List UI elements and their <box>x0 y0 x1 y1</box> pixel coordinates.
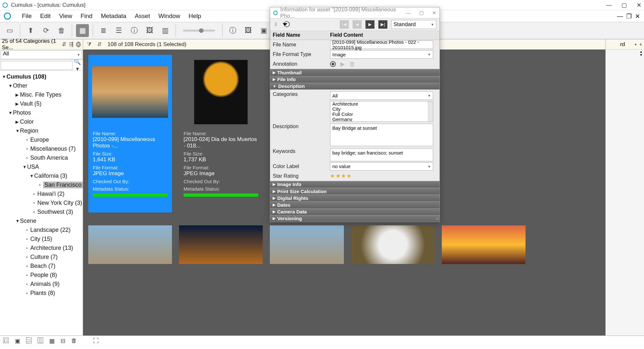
preview-icon[interactable]: 🖼 <box>242 24 255 37</box>
menu-metadata[interactable]: Metadata <box>101 13 126 20</box>
section-image-info[interactable]: ▶Image Info <box>270 181 440 188</box>
tree-item[interactable]: Misc. File Types <box>20 91 62 98</box>
tree-item[interactable]: South America <box>30 155 68 161</box>
menu-edit[interactable]: Edit <box>40 13 51 20</box>
record-card[interactable]: File Name: [2010-024] Dia de los Muertos… <box>179 55 263 212</box>
section-thumbnail[interactable]: ▶Thumbnail <box>270 69 440 76</box>
tree-item[interactable]: Beach (7) <box>30 263 55 269</box>
tree-item[interactable]: Hawai'i (2) <box>37 191 64 197</box>
info2-icon[interactable]: ⓘ <box>226 24 239 37</box>
tree-item[interactable]: Architecture (13) <box>30 245 73 251</box>
sidebar-filter[interactable]: All▾ <box>0 50 83 60</box>
sb-icon[interactable]: ⿳ <box>26 337 32 344</box>
color-label-select[interactable]: no value▾ <box>330 162 433 171</box>
list-view-icon[interactable]: ≣ <box>97 24 110 37</box>
tree-item[interactable]: California (3) <box>34 173 67 179</box>
view-set-select[interactable]: Standard▾ <box>391 20 436 29</box>
file-name-input[interactable]: [2010-099] Miscellaneous Photos - 022 - … <box>330 41 433 49</box>
info-icon[interactable]: ⓘ <box>128 24 141 37</box>
resize-grip-icon[interactable]: ◢ <box>435 216 438 221</box>
mdi-close-button[interactable]: ✕ <box>635 13 640 20</box>
zoom-slider[interactable] <box>183 30 215 32</box>
upload-icon[interactable]: ⬆ <box>24 24 37 37</box>
thumbnail[interactable] <box>442 225 526 264</box>
tree-item[interactable]: People (8) <box>30 272 57 278</box>
trash-icon[interactable]: 🗑 <box>55 24 68 37</box>
thumbnail[interactable] <box>351 225 435 264</box>
clear-icon[interactable]: ✕ <box>76 42 81 47</box>
tree-icon[interactable]: ⇶ <box>69 41 73 48</box>
maximize-button[interactable]: ▢ <box>621 2 627 9</box>
record-card-selected[interactable]: File Name: [2010-099] Miscellaneous Phot… <box>88 55 172 212</box>
sb-icon[interactable]: ▦ <box>49 337 55 344</box>
sb-icon[interactable]: ⿴ <box>3 337 9 344</box>
thumbnail[interactable] <box>88 225 172 264</box>
expand-icon[interactable]: ⫞ <box>639 41 642 48</box>
sb-icon[interactable]: ⿲ <box>38 337 43 344</box>
menu-find[interactable]: Find <box>80 13 92 20</box>
menu-window[interactable]: Window <box>158 13 180 20</box>
sort-icon[interactable]: ⇵ <box>62 41 66 48</box>
slideshow-icon[interactable]: ▣ <box>257 24 270 37</box>
menu-help[interactable]: Help <box>189 13 201 20</box>
menu-view[interactable]: View <box>59 13 72 20</box>
new-icon[interactable]: ▭ <box>3 24 16 37</box>
tree-item[interactable]: Miscellaneous (7) <box>30 146 76 152</box>
minimize-button[interactable]: — <box>606 2 612 9</box>
tree-item[interactable]: Color <box>20 118 34 125</box>
star-rating[interactable]: ★★★★· <box>330 173 354 179</box>
panel-maximize-button[interactable]: ▢ <box>419 10 424 16</box>
tree-item[interactable]: Animals (9) <box>30 281 60 288</box>
file-format-select[interactable]: Image▾ <box>330 50 433 59</box>
record-icon[interactable] <box>330 61 336 67</box>
download-icon[interactable]: ⬇ <box>273 21 278 28</box>
sidebar-search-input[interactable] <box>1 61 72 70</box>
categories-listbox[interactable]: Architecture City Full Color Germany <box>330 101 433 122</box>
panel-close-button[interactable]: ✕ <box>432 10 436 16</box>
tree-region[interactable]: Region <box>20 127 38 134</box>
tree-item[interactable]: Landscape (22) <box>30 227 71 233</box>
tree-usa[interactable]: USA <box>27 164 39 170</box>
panel-minimize-button[interactable]: — <box>406 10 411 16</box>
sb-icon[interactable]: ▣ <box>15 337 20 344</box>
tree-scene[interactable]: Scene <box>20 218 36 224</box>
section-print-size[interactable]: ▶Print Size Calculation <box>270 188 440 194</box>
tree-item[interactable]: Southwest (3) <box>37 209 73 215</box>
section-dates[interactable]: ▶Dates <box>270 201 440 208</box>
search-icon[interactable]: 🔍▾ <box>72 58 82 72</box>
thumbnail[interactable] <box>270 225 344 264</box>
hierarchy-icon[interactable]: ⇵ <box>97 41 102 48</box>
menu-file[interactable]: File <box>22 13 32 20</box>
keywords-textarea[interactable]: bay bridge; san francisco; sunset <box>330 148 433 161</box>
section-digital-rights[interactable]: ▶Digital Rights <box>270 194 440 201</box>
stamp-icon[interactable]: ⏷⃝ <box>282 21 289 28</box>
tree-item[interactable]: Plants (8) <box>30 290 55 297</box>
thumbnail[interactable] <box>179 225 263 264</box>
section-camera-data[interactable]: ▶Camera Data <box>270 208 440 215</box>
tree-item[interactable]: Vault (5) <box>20 100 42 107</box>
tree-other[interactable]: Other <box>13 82 27 89</box>
section-description[interactable]: ▼Description <box>270 83 440 90</box>
menu-asset[interactable]: Asset <box>135 13 150 20</box>
layout-icon[interactable]: ▥ <box>159 24 172 37</box>
categories-filter-select[interactable]: All▾ <box>330 91 433 100</box>
mdi-minimize-button[interactable]: — <box>617 13 623 20</box>
refresh-icon[interactable]: ⟳ <box>40 24 52 37</box>
description-textarea[interactable]: Bay Bridge at sunset <box>330 124 433 146</box>
last-icon[interactable]: ▶| <box>378 20 387 29</box>
next-icon[interactable]: ▶ <box>365 20 374 29</box>
close-button[interactable]: ✕ <box>637 2 641 9</box>
prev-icon[interactable]: ◀ <box>353 20 362 29</box>
tree-item-selected[interactable]: San Francisco (6) <box>43 182 83 188</box>
tree-item[interactable]: New York City (3) <box>37 200 82 206</box>
delete-icon[interactable]: 🗑 <box>349 61 355 68</box>
section-versioning[interactable]: ▶Versioning <box>270 215 440 222</box>
tree-photos[interactable]: Photos <box>13 109 31 116</box>
play-icon[interactable]: ▶ <box>340 61 345 68</box>
tree-root[interactable]: Cumulus (108) <box>6 73 46 80</box>
tree-item[interactable]: City (15) <box>30 236 52 242</box>
first-icon[interactable]: |◀ <box>340 20 349 29</box>
sb-icon[interactable]: ⛶ <box>93 337 99 344</box>
filter-icon[interactable]: ⧩ <box>87 41 91 48</box>
mdi-restore-button[interactable]: ❐ <box>626 13 632 20</box>
